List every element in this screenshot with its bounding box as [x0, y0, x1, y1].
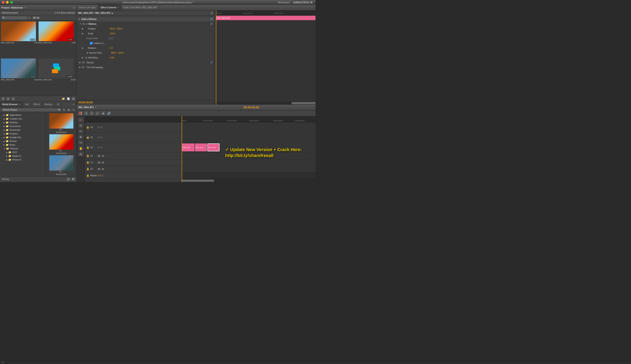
folder-item-applications[interactable]: ▶ 📁 Applications	[0, 113, 46, 117]
track-lock-icon[interactable]: 🔒	[86, 154, 89, 157]
thumbnail-item[interactable]: 5;00 IMG_0003.JPG 5;00	[39, 22, 76, 58]
ripple-btn[interactable]: ↺	[84, 111, 89, 116]
master-expand-icon[interactable]: ⊙	[102, 174, 104, 177]
list-view-btn[interactable]: ☰	[66, 178, 71, 181]
scale-value[interactable]: 100.0	[110, 32, 115, 35]
position-y-value[interactable]: 600.0	[117, 28, 123, 30]
link-btn[interactable]: 🔗	[107, 111, 111, 116]
track-lock-icon[interactable]: 🔒	[86, 146, 89, 149]
clip-block[interactable]: IMG_00C	[195, 144, 207, 151]
folder-item-2013[interactable]: ▶ 📁 2013	[0, 150, 46, 154]
preview-item[interactable]: IM... 00;00;05;00	[47, 113, 76, 134]
anchor-y-value[interactable]: 600.0	[118, 52, 124, 54]
pointer-tool[interactable]: ▷	[78, 117, 84, 122]
track-eye-icon[interactable]: 👁	[97, 136, 100, 139]
thumbnail-item[interactable]: 15;00 IMG_0004.JPG 15;00	[39, 58, 76, 95]
tab-effects[interactable]: Effects	[31, 102, 42, 107]
track-eye-icon[interactable]: 👁	[97, 126, 100, 128]
zoom-out-tool[interactable]: ⊖	[78, 151, 84, 156]
ec-tab-close[interactable]: ✕	[117, 6, 119, 9]
tab-audio-mixer[interactable]: Audio Track Mixer: IMG_0004.JPG	[121, 5, 160, 10]
close-button[interactable]	[2, 1, 5, 4]
in-select[interactable]: All	[32, 16, 40, 20]
group-reset-icon[interactable]: ↺	[210, 17, 213, 21]
video-effects-group[interactable]: ▼ Video Effects ↺	[77, 17, 215, 22]
folder-item-googledrive[interactable]: ▶ 📁 Google Driv...	[0, 136, 46, 139]
track-lock-icon[interactable]: 🔒	[86, 136, 89, 139]
track-speaker-icon[interactable]: ⊞	[100, 126, 102, 128]
timeline-tab-close[interactable]: ✕	[95, 106, 97, 109]
track-speaker-icon[interactable]: ⊞	[100, 136, 102, 139]
track-speaker-icon[interactable]: ⊞	[100, 146, 102, 149]
position-expand-icon[interactable]: ▶	[82, 28, 84, 30]
minimize-button[interactable]	[6, 1, 9, 4]
opacity-expand-icon[interactable]: ▶	[79, 61, 81, 64]
clip-block[interactable]: IMG_00C	[208, 144, 220, 151]
track-select-tool[interactable]: ⇒	[78, 140, 84, 145]
motion-expand-icon[interactable]: ▼	[79, 23, 81, 25]
delete-btn[interactable]: 🗑	[71, 97, 76, 101]
tab-menu[interactable]: ≡	[71, 102, 77, 107]
tab-close-icon[interactable]: ✕	[19, 103, 20, 106]
mute-btn[interactable]: M	[97, 161, 101, 164]
hand-tool[interactable]: ✋	[78, 146, 84, 151]
tab-info[interactable]: Info	[23, 102, 31, 107]
time-remap-row[interactable]: ▶ fx Time Remapping	[77, 65, 215, 70]
folder-item-pictures[interactable]: ▼ 📂 Pictures	[0, 147, 46, 150]
motion-reset-icon[interactable]: ↺	[210, 22, 213, 26]
refresh-icon[interactable]: ↻	[72, 108, 76, 112]
solo-btn[interactable]: S	[102, 161, 105, 164]
project-panel-menu[interactable]: ≡	[73, 6, 75, 10]
track-lock-icon[interactable]: 🔒	[86, 174, 89, 177]
project-panel-close[interactable]: ✕	[25, 6, 26, 9]
maximize-button[interactable]	[10, 1, 13, 4]
track-lock-icon[interactable]: 🔒	[86, 126, 89, 129]
ripple-edit-tool[interactable]: ↺	[78, 123, 84, 128]
mute-btn[interactable]: M	[97, 168, 101, 170]
folder-item-iphonep[interactable]: ▶ 📁 iPhone P...	[0, 158, 46, 162]
opacity-reset-icon[interactable]: ↺	[210, 61, 213, 64]
razor-tool[interactable]: ✂	[78, 128, 84, 134]
snap-btn[interactable]: 🧲	[78, 111, 83, 116]
tab-source[interactable]: Source: (no clips)	[77, 5, 98, 10]
solo-btn[interactable]: S	[102, 168, 105, 170]
filter-icon[interactable]: ⚙	[62, 108, 66, 112]
browser-source-dropdown[interactable]: iPhone Photos	[1, 108, 61, 112]
mute-btn[interactable]: M	[97, 154, 101, 157]
tab-markers[interactable]: Markers	[42, 102, 55, 107]
folder-item-documents[interactable]: ▶ 📁 Documents	[0, 124, 46, 128]
position-x-value[interactable]: 800.0	[110, 28, 115, 30]
rotation-value[interactable]: 0.0	[110, 47, 113, 49]
tab-effect-controls[interactable]: Effect Controls ✕	[98, 5, 121, 10]
new-bin-btn[interactable]: 📁	[61, 97, 66, 101]
window-controls[interactable]	[2, 1, 13, 4]
timeline-ruler[interactable]: 00;00 00;00;08;00 00;00;16;00 00;00;24;0…	[181, 116, 316, 122]
new-item-btn[interactable]: 📄	[66, 97, 71, 101]
slip-btn[interactable]: ▷	[95, 111, 100, 116]
ec-arrow-icon[interactable]: ▶	[112, 12, 114, 14]
rotation-expand-icon[interactable]: ▶	[82, 47, 84, 49]
thumbnail-item[interactable]: 5;00 IMG_0002.JPG 5;00	[1, 22, 38, 58]
zoom-tool[interactable]: ⊕	[78, 134, 84, 140]
track-lock-icon[interactable]: 🔒	[86, 168, 89, 170]
anti-flicker-expand-icon[interactable]: ▶	[82, 56, 84, 59]
preview-item[interactable]: IM... 00;00;05;00	[47, 155, 76, 176]
zoom-btn[interactable]: 🔍	[71, 178, 76, 181]
folder-item-music[interactable]: ▶ 📁 Music	[0, 143, 46, 147]
list-view-btn[interactable]: ☰	[1, 97, 5, 101]
opacity-row[interactable]: ▶ fx Opacity ↺	[77, 60, 215, 65]
time-remap-expand-icon[interactable]: ▶	[79, 66, 81, 68]
track-eye-icon[interactable]: 👁	[97, 146, 100, 149]
clip-block[interactable]: IMG_00C	[182, 144, 195, 151]
ec-playhead[interactable]	[216, 10, 216, 105]
solo-btn[interactable]: S	[102, 154, 105, 157]
ec-scrollbar[interactable]	[215, 102, 316, 105]
motion-effect-row[interactable]: ▼ fx ⇄ Motion ↺	[77, 22, 215, 26]
timeline-scrollbar[interactable]	[181, 179, 316, 182]
folder-item-movies[interactable]: ▶ 📁 Movies	[0, 139, 46, 143]
workspace-select[interactable]: Editing (CS5.5)	[292, 0, 313, 4]
rolling-btn[interactable]: ⇔	[89, 111, 94, 116]
thumbnail-item[interactable]: 5;00 IMG_0004.JPG 5;00	[1, 58, 38, 95]
track-lock-icon[interactable]: 🔒	[86, 161, 89, 164]
preview-item[interactable]: IM... 00;00;05;00	[47, 134, 76, 154]
